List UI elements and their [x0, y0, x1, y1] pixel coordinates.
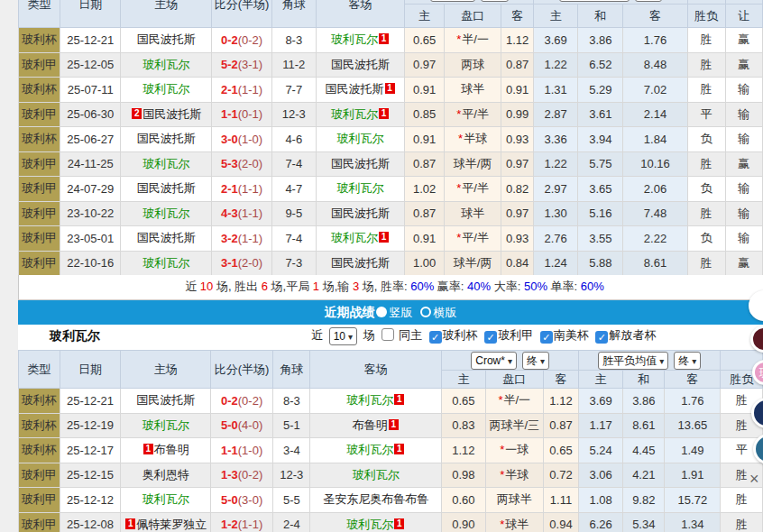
od-away-cell: 7.48 — [623, 201, 687, 226]
od-home-cell: 2.76 — [534, 226, 578, 252]
date-cell: 25-06-30 — [60, 102, 121, 127]
odds-company-select[interactable]: 终▾ — [481, 0, 508, 2]
ah-away-odds-cell: 0.99 — [501, 102, 534, 127]
od-away-cell: 1.34 — [665, 512, 721, 532]
odds-company-select[interactable]: 胜平负均值▾ — [598, 352, 668, 370]
corner-cell: 5-5 — [273, 488, 310, 513]
sub-column-header: 客 — [623, 5, 687, 28]
od-home-cell: 1.08 — [579, 488, 623, 513]
league-type-cell: 玻利甲 — [19, 102, 60, 127]
chevron-down-icon: ▾ — [540, 356, 545, 366]
summary-segment: 60% — [581, 280, 604, 293]
league-type-cell: 玻利甲 — [19, 488, 60, 513]
ah-away-odds-cell: 0.93 — [501, 226, 534, 252]
ah-home-odds-cell: 0.87 — [405, 201, 445, 226]
team-cell: 玻利瓦尔 — [121, 78, 212, 103]
team-cell: 玻利瓦尔 — [316, 177, 404, 202]
result-cell: 胜 — [687, 28, 725, 53]
ah-away-odds-cell: 0.94 — [544, 512, 579, 532]
league-checkbox-libertadores[interactable]: ✓ — [595, 331, 608, 344]
od-draw-cell: 4.45 — [623, 438, 665, 463]
od-home-cell: 3.69 — [579, 389, 623, 414]
column-header: 日期 — [60, 0, 121, 28]
rank-badge: 1 — [379, 232, 389, 243]
handicap-result-cell: 输 — [725, 102, 762, 127]
ah-away-odds-cell: 1.11 — [544, 488, 579, 513]
rank-badge: 1 — [394, 444, 404, 454]
score-cell: 3-0(1-0) — [212, 127, 271, 152]
team-cell: 玻利瓦尔 — [121, 201, 212, 226]
od-draw-cell: 8.61 — [623, 413, 665, 438]
date-cell: 25-12-08 — [60, 512, 121, 532]
league-checkbox-bolicup[interactable]: ✓ — [429, 331, 442, 344]
close-icon[interactable]: × — [749, 471, 759, 487]
od-draw-cell: 3.86 — [623, 389, 665, 414]
games-label: 场 — [363, 328, 375, 342]
rank-badge: 2 — [132, 108, 142, 119]
ah-away-odds-cell: 0.87 — [501, 52, 534, 78]
score-cell: 1-2(1-1) — [210, 512, 272, 532]
summary-segment: 10 — [200, 280, 213, 293]
page-left-margin — [0, 0, 18, 532]
match-count-select[interactable]: 10▾ — [329, 327, 357, 345]
summary-segment: 场,平局 — [268, 280, 313, 293]
od-away-cell: 8.61 — [623, 251, 687, 276]
summary-segment: 1 — [313, 280, 319, 293]
handicap-result-cell: 赢 — [725, 52, 762, 78]
league-label-sudamericana[interactable]: 南美杯 — [554, 328, 589, 342]
filter-controls: 近 10▾ 场 同主 ✓玻利杯 ✓玻利甲 ✓南美杯 ✓解放者杯 — [311, 327, 656, 345]
handicap-result-cell: 输 — [725, 177, 762, 202]
team-cell: 1佩特莱罗独立 — [121, 512, 210, 532]
summary-segment: 场, 胜率: — [359, 280, 410, 293]
ah-home-odds-cell: 0.65 — [442, 389, 485, 414]
score-cell: 5-3(2-0) — [212, 151, 271, 177]
corner-cell: 2-4 — [273, 512, 310, 532]
score-cell: 2-1(1-1) — [212, 78, 271, 103]
handicap-result-cell: 输 — [725, 226, 762, 252]
horizontal-layout-label[interactable]: 横版 — [434, 306, 457, 319]
same-home-checkbox[interactable] — [382, 328, 394, 341]
score-cell: 1-1(1-0) — [210, 438, 272, 463]
odds-company-select[interactable]: 终▾ — [674, 352, 701, 370]
table-row: 玻利甲24-11-25玻利瓦尔5-3(2-0)7-4国民波托斯0.87球半/两0… — [19, 151, 763, 177]
same-home-label[interactable]: 同主 — [399, 328, 422, 342]
league-checkbox-bolijia[interactable]: ✓ — [484, 331, 497, 344]
odds-company-select[interactable]: 终▾ — [635, 0, 662, 2]
odds-company-select[interactable]: Crow*▾ — [471, 352, 517, 370]
score-cell: 2-1(1-1) — [212, 177, 271, 202]
table-row: 玻利甲25-12-12玻利瓦尔5-0(3-0)5-5圣安东尼奥布鲁布鲁0.60两… — [19, 488, 763, 513]
league-label-bolijia[interactable]: 玻利甲 — [498, 328, 533, 342]
od-away-cell: 1.76 — [623, 28, 687, 53]
sub-column-header: 盘口 — [485, 371, 543, 389]
sub-column-header: 胜负 — [687, 5, 725, 28]
recent-results-title: 近期战绩 — [325, 305, 375, 319]
corner-cell: 12-3 — [273, 463, 310, 488]
league-checkbox-sudamericana[interactable]: ✓ — [540, 331, 553, 344]
league-label-bolicup[interactable]: 玻利杯 — [443, 328, 478, 342]
od-away-cell: 8.48 — [623, 52, 687, 78]
date-cell: 25-12-15 — [60, 463, 121, 488]
odds-company-select[interactable]: 终▾ — [522, 352, 549, 370]
sub-column-header: 和 — [623, 371, 665, 389]
handicap-result-cell: 赢 — [725, 251, 762, 276]
score-cell: 5-2(3-1) — [212, 52, 271, 78]
ah-away-odds-cell: 0.72 — [544, 463, 579, 488]
odds-company-select[interactable]: Crow*▾ — [430, 0, 476, 2]
horizontal-layout-radio[interactable] — [420, 307, 431, 317]
od-home-cell: 5.24 — [579, 438, 623, 463]
summary-segment: 近 — [185, 280, 200, 293]
corner-cell: 4-7 — [271, 177, 316, 202]
result-cell: 平 — [687, 102, 725, 127]
corner-cell: 7-4 — [271, 151, 316, 177]
league-type-cell: 玻利杯 — [19, 28, 60, 53]
vertical-layout-label[interactable]: 竖版 — [390, 306, 413, 319]
vertical-layout-radio[interactable] — [376, 307, 387, 317]
od-draw-cell: 6.52 — [578, 52, 623, 78]
ah-home-odds-cell: 0.91 — [405, 127, 445, 152]
odds-company-select[interactable]: 胜平负均值▾ — [559, 0, 630, 2]
ah-away-odds-cell: 0.82 — [501, 177, 534, 202]
league-label-libertadores[interactable]: 解放者杯 — [609, 328, 656, 342]
od-draw-cell: 4.21 — [623, 463, 665, 488]
handicap-cell: 球半 — [444, 78, 501, 103]
chevron-down-icon: ▾ — [659, 356, 664, 366]
